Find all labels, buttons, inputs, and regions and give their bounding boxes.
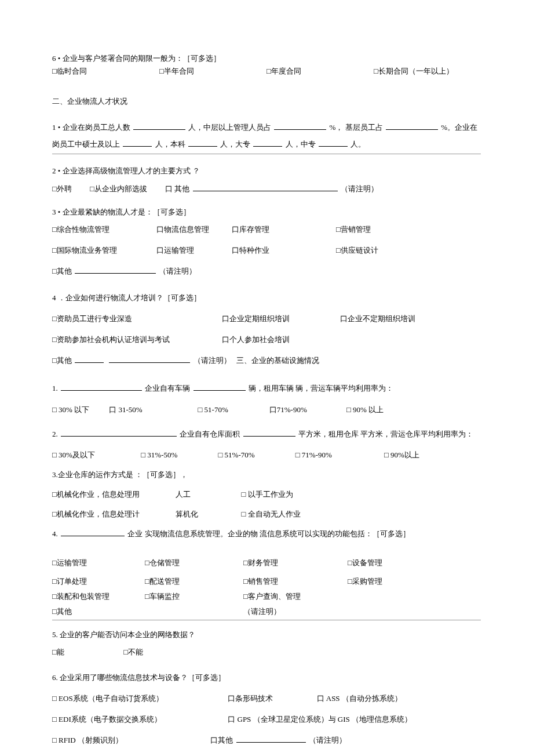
checkbox-option[interactable]: □运输管理	[52, 557, 145, 569]
checkbox-option[interactable]: □客户查询、管理	[243, 590, 348, 603]
blank-field[interactable]	[109, 355, 190, 363]
checkbox-option[interactable]: □长期合同（一年以上）	[374, 65, 481, 78]
checkbox-option[interactable]: 口 ASS （自动分拣系统）	[317, 694, 402, 703]
checkbox-option[interactable]: □临时合同	[52, 65, 159, 78]
checkbox-option[interactable]: □机械化作业，信息处理计	[52, 508, 174, 521]
checkbox-option[interactable]: □半年合同	[159, 65, 266, 78]
s3-q6-row3: □ RFID （射频识别） 口其他 （请注明）	[52, 734, 481, 747]
checkbox-option[interactable]: □资助参加社会机构认证培训与考试	[52, 333, 220, 346]
checkbox-option[interactable]: □ 30% 以下	[52, 404, 107, 416]
text: 2.	[52, 430, 58, 438]
checkbox-option[interactable]: 口 31-50%	[109, 404, 196, 416]
checkbox-option[interactable]: 口库存管理	[232, 223, 336, 236]
checkbox-option[interactable]: 口运输管理	[156, 244, 232, 257]
text: （请注明）	[341, 184, 378, 193]
s3-q2: 2. 企业自有仓库面积 平方米，租用仓库 平方米，营运仓库平均利用率为：	[52, 428, 481, 441]
checkbox-option[interactable]: □营销管理	[336, 223, 371, 236]
checkbox-option[interactable]: 口其他	[210, 736, 233, 744]
checkbox-option[interactable]: □仓储管理	[145, 557, 243, 569]
checkbox-option[interactable]: □ 90%以上	[384, 450, 419, 459]
blank-field[interactable]	[61, 428, 177, 437]
s2-q3: 3 • 企业最紧缺的物流人才是：［可多选］	[52, 206, 481, 219]
checkbox-option[interactable]: 口个人参加社会培训	[222, 335, 290, 344]
checkbox-option[interactable]: 口企业定期组织培训	[222, 312, 338, 325]
checkbox-option[interactable]: 口物流信息管理	[156, 223, 232, 236]
checkbox-option[interactable]: □采购管理	[348, 575, 382, 588]
checkbox-option[interactable]: □ 51%-70%	[218, 449, 294, 461]
checkbox-option[interactable]: 口 其他	[165, 184, 189, 193]
text: 1.	[52, 384, 58, 392]
section-2-title: 二、企业物流人才状况	[52, 95, 481, 108]
checkbox-option[interactable]: □从企业内部选拔	[90, 184, 147, 193]
checkbox-option[interactable]: □ 31%-50%	[141, 449, 216, 461]
blank-field[interactable]	[319, 139, 348, 147]
s3-q3-row1: □机械化作业，信息处理用 人工 □ 以手工作业为	[52, 488, 481, 501]
blank-field[interactable]	[194, 383, 246, 391]
blank-field[interactable]	[274, 122, 326, 130]
blank-field[interactable]	[386, 122, 438, 130]
checkbox-option[interactable]: □其他	[52, 356, 72, 365]
checkbox-option[interactable]: 口条形码技术	[228, 692, 315, 705]
blank-field[interactable]	[61, 383, 142, 391]
checkbox-option[interactable]: □ 30%及以下	[52, 449, 139, 461]
checkbox-option[interactable]: □能	[52, 646, 122, 659]
checkbox-option[interactable]: 口 GPS （全球卫星定位系统）与 GIS （地理信息系统）	[228, 715, 412, 724]
s3-q4-row3: □装配和包装管理 □车辆监控 □客户查询、管理	[52, 590, 481, 603]
checkbox-option[interactable]: □ EOS系统（电子自动订货系统）	[52, 692, 226, 705]
s3-q4-row2: □订单处理 □配送管理 □销售管理 □采购管理	[52, 575, 481, 588]
s3-q2-opts: □ 30%及以下 □ 31%-50% □ 51%-70% □ 71%-90% □…	[52, 449, 481, 461]
blank-field[interactable]	[243, 428, 295, 437]
text: 人，本科	[155, 140, 185, 148]
checkbox-option[interactable]: □外聘	[52, 184, 72, 193]
blank-field[interactable]	[236, 735, 306, 743]
blank-field[interactable]	[123, 139, 152, 147]
blank-field[interactable]	[61, 528, 125, 536]
checkbox-option[interactable]: □配送管理	[145, 575, 243, 588]
blank-field[interactable]	[253, 139, 282, 147]
checkbox-option[interactable]: □财务管理	[243, 557, 348, 569]
question-6: 6 • 企业与客户签署合同的期限一般为：［可多选］ □临时合同 □半年合同 □年…	[52, 52, 481, 78]
checkbox-option[interactable]: 口71%-90%	[269, 404, 345, 416]
checkbox-option[interactable]: □订单处理	[52, 575, 145, 588]
s3-q1-opts: □ 30% 以下 口 31-50% □ 51-70% 口71%-90% □ 90…	[52, 404, 481, 416]
checkbox-option[interactable]: □ 90% 以上	[346, 405, 384, 414]
text: 人。	[351, 140, 366, 148]
text: 企业自有仓库面积	[180, 430, 240, 438]
s3-q6-row2: □ EDI系统（电子数据交换系统） 口 GPS （全球卫星定位系统）与 GIS …	[52, 713, 481, 726]
checkbox-option[interactable]: □设备管理	[348, 557, 382, 569]
text: 企业 实现物流信息系统管理。企业的物 流信息系统可以实现的功能包括：［可多选］	[127, 529, 410, 538]
blank-field[interactable]	[75, 266, 156, 274]
s3-q1: 1. 企业自有车辆 辆，租用车辆 辆，营运车辆平均利用率为：	[52, 382, 481, 395]
checkbox-option[interactable]: □ 以手工作业为	[242, 490, 293, 499]
text: 辆，租用车辆 辆，营运车辆平均利用率为：	[249, 384, 393, 392]
checkbox-option[interactable]: □其他	[52, 605, 243, 618]
text: （请注明）	[194, 356, 231, 365]
section-3-title-inline: 三、企业的基础设施情况	[236, 356, 319, 365]
blank-field[interactable]	[188, 139, 217, 147]
checkbox-option[interactable]: □综合性物流管理	[52, 223, 156, 236]
checkbox-option[interactable]: □装配和包装管理	[52, 590, 145, 603]
checkbox-option[interactable]: 口特种作业	[232, 244, 336, 257]
checkbox-option[interactable]: □ 71%-90%	[295, 449, 382, 461]
checkbox-option[interactable]: □资助员工进行专业深造	[52, 312, 220, 325]
blank-field[interactable]	[193, 183, 338, 191]
text: 1 • 企业在岗员工总人数	[52, 123, 130, 132]
checkbox-option[interactable]: □供应链设计	[336, 244, 378, 257]
blank-field[interactable]	[75, 355, 104, 363]
checkbox-option[interactable]: □年度合同	[266, 65, 374, 78]
checkbox-option[interactable]: □国际物流业务管理	[52, 244, 156, 257]
checkbox-option[interactable]: □机械化作业，信息处理用	[52, 488, 174, 501]
blank-field[interactable]	[133, 122, 185, 130]
checkbox-option[interactable]: □不能	[123, 648, 143, 656]
checkbox-option[interactable]: 口企业不定期组织培训	[340, 314, 415, 323]
text: 平方米，租用仓库 平方米，营运仓库平均利用率为：	[298, 430, 473, 438]
checkbox-option[interactable]: □其他	[52, 267, 72, 275]
checkbox-option[interactable]: □ EDI系统（电子数据交换系统）	[52, 713, 226, 726]
text: 人工	[176, 488, 239, 501]
s2-q3-other: □其他 （请注明）	[52, 265, 481, 278]
checkbox-option[interactable]: □ RFID （射频识别）	[52, 734, 209, 747]
checkbox-option[interactable]: □ 全自动无人作业	[242, 510, 301, 518]
checkbox-option[interactable]: □ 51-70%	[198, 404, 268, 416]
checkbox-option[interactable]: □车辆监控	[145, 590, 243, 603]
checkbox-option[interactable]: □销售管理	[243, 575, 348, 588]
